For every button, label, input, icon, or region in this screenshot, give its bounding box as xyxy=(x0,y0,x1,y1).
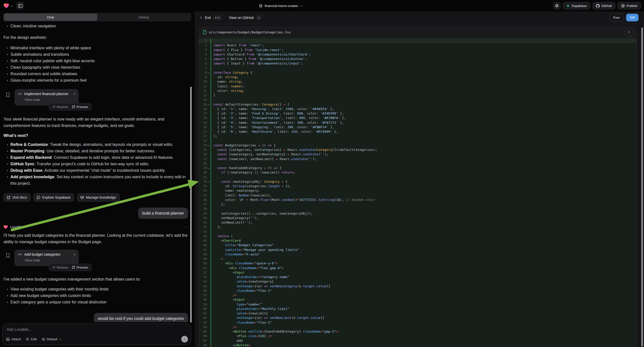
restore-button[interactable]: ↺ Restore xyxy=(52,265,68,269)
logo-chevron-down-icon[interactable] xyxy=(11,4,13,7)
list-item-text: Expand with Backend: Connect Supabase to… xyxy=(10,154,174,161)
added-intro-text: I've added a new budget categories manag… xyxy=(4,276,191,282)
fold-gutter xyxy=(207,88,210,93)
code-line-text: const [categories, setCategories] = Reac… xyxy=(210,148,636,152)
code-scrollbar[interactable] xyxy=(641,28,643,346)
code-line: 18 { id: '3', name: 'Transportation', li… xyxy=(199,116,636,120)
code-line-text: subtitle="Manage your spending limits" xyxy=(210,248,636,252)
composer-input[interactable]: Ask Lovable... xyxy=(7,327,187,332)
fold-gutter xyxy=(207,198,210,202)
fold-chevron-icon[interactable] xyxy=(208,72,209,74)
fold-chevron-icon[interactable] xyxy=(208,181,209,182)
bookmark-icon[interactable] xyxy=(6,92,10,97)
line-number: 7 xyxy=(199,66,207,70)
lovable-logo-heart-icon[interactable] xyxy=(4,3,9,8)
code-line: 51 <div className="flex gap-4"> xyxy=(199,266,636,270)
chat-scroll-area[interactable]: Clean, intuitive navigation For the desi… xyxy=(0,22,195,322)
view-code-link[interactable]: View code xyxy=(25,258,75,262)
tab-chat[interactable]: Chat xyxy=(4,14,97,21)
sliders-icon xyxy=(42,338,45,341)
code-line: 43 xyxy=(199,230,636,234)
lovable-heart-icon xyxy=(4,225,8,229)
line-number: 37 xyxy=(199,202,207,206)
supabase-button[interactable]: Supabase xyxy=(563,2,590,10)
fold-gutter xyxy=(207,261,210,266)
edit-button[interactable]: Edit xyxy=(26,337,36,341)
list-item: GitHub Sync: Transfer your project's cod… xyxy=(4,161,192,167)
visit-docs-button[interactable]: Visit docs xyxy=(4,193,30,202)
line-number: 35 xyxy=(199,193,207,198)
code-line-text xyxy=(210,175,636,180)
diff-toggle-button[interactable]: Diff xyxy=(626,14,638,22)
list-item-text: Glass-morphic elements for a premium fee… xyxy=(10,77,87,84)
list-item: Rounded corners and subtle shadows xyxy=(4,71,192,77)
code-line-text: color: '#' + Math.floor(Math.random()*16… xyxy=(210,198,636,202)
fold-chevron-icon[interactable] xyxy=(208,167,209,169)
mode-select[interactable]: Default xyxy=(42,337,61,341)
fold-gutter xyxy=(207,75,210,80)
restore-icon: ↺ xyxy=(52,105,55,109)
fold-gutter xyxy=(207,288,210,293)
settings-button[interactable] xyxy=(553,2,560,10)
sidebar-toggle-button[interactable] xyxy=(16,2,24,10)
code-line-text: const defaultCategories: Category[] = [ xyxy=(210,102,636,107)
list-item-text: View existing budget categories with the… xyxy=(10,286,109,292)
code-line-text: const [newLimit, setNewLimit] = React.us… xyxy=(210,157,636,161)
attach-button[interactable]: Attach xyxy=(6,337,21,341)
code-line: 35 limit: Number(newLimit), xyxy=(199,193,636,198)
code-line: 37 }; xyxy=(199,202,636,206)
publish-button[interactable]: Publish xyxy=(618,2,641,10)
restore-button[interactable]: ↺ Restore xyxy=(52,105,68,109)
code-file-header[interactable]: src/components/budget/BudgetCategories.t… xyxy=(199,27,636,38)
preview-button[interactable]: Preview xyxy=(72,105,88,109)
message-more-button[interactable]: ··· xyxy=(184,225,190,229)
manage-knowledge-button[interactable]: Manage knowledge xyxy=(77,193,120,202)
knowledge-box-icon xyxy=(80,196,84,199)
explore-supabase-button[interactable]: Explore Supabase xyxy=(33,193,74,202)
code-line-text: { id: '5', name: 'Shopping', limit: 200,… xyxy=(210,125,636,130)
fold-chevron-icon[interactable] xyxy=(208,144,209,146)
fold-gutter xyxy=(207,38,210,43)
preview-button[interactable]: Preview xyxy=(72,266,88,269)
project-switcher[interactable]: financial-future-creator xyxy=(259,0,302,12)
github-button[interactable]: GitHub xyxy=(592,2,615,10)
view-on-github-button[interactable]: View on GitHub G xyxy=(229,15,262,20)
code-editor[interactable]: 12import React from 'react';3import { Pl… xyxy=(199,38,636,347)
exit-button[interactable]: Exit ESC xyxy=(201,15,222,20)
bookmark-icon[interactable] xyxy=(6,253,10,258)
code-line: 31 xyxy=(199,175,636,180)
code-line: 33 id: String(categories.length + 1), xyxy=(199,184,636,188)
send-button[interactable]: ↑ xyxy=(181,336,188,342)
fold-gutter xyxy=(207,338,210,343)
chat-scrollbar[interactable] xyxy=(190,87,192,322)
bullet-dot xyxy=(7,164,8,164)
line-number: 40 xyxy=(199,216,207,220)
fold-chevron-icon[interactable] xyxy=(208,103,209,105)
chevron-down-icon xyxy=(59,338,62,340)
code-line: 41 setNewLimit(''); xyxy=(199,220,636,225)
raw-toggle-button[interactable]: Raw xyxy=(610,14,624,22)
chat-bubble-icon xyxy=(37,196,40,199)
collapse-file-button[interactable] xyxy=(625,29,634,36)
tab-history[interactable]: History xyxy=(97,14,191,21)
line-number: 55 xyxy=(199,284,207,288)
restore-icon: ↺ xyxy=(52,265,55,269)
fold-gutter xyxy=(207,193,210,198)
line-number: 21 xyxy=(199,130,207,134)
code-line: 13} xyxy=(199,93,636,98)
restore-preview-toolbar: ↺ Restore Preview xyxy=(49,103,92,110)
line-number: 6 xyxy=(199,61,207,66)
code-line: 54 value={newCategory} xyxy=(199,279,636,284)
fold-gutter xyxy=(207,84,210,88)
fold-gutter xyxy=(207,80,210,84)
view-code-link[interactable]: View code xyxy=(25,98,75,102)
fold-gutter xyxy=(207,111,210,116)
code-line: 60 placeholder="Monthly limit" xyxy=(199,307,636,311)
ready-text: Your sleek financial planner is now read… xyxy=(4,116,191,129)
fold-gutter xyxy=(207,48,210,52)
bullet-dot xyxy=(7,176,8,178)
fold-gutter xyxy=(207,275,210,279)
code-line-text: value={newLimit} xyxy=(210,311,636,316)
fold-gutter xyxy=(207,57,210,61)
code-line-text: import { Input } from '@/components/ui/i… xyxy=(210,61,636,66)
